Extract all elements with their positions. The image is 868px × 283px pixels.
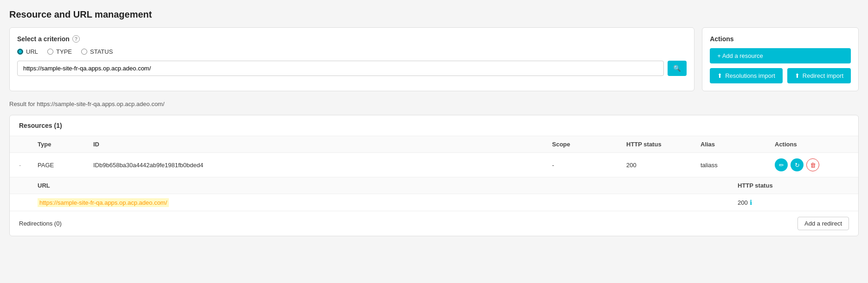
row-type: PAGE: [38, 162, 93, 169]
col-scope-header: Scope: [552, 141, 626, 148]
sub-table-row: https://sample-site-fr-qa.apps.op.acp.ad…: [10, 194, 858, 211]
redirect-import-button[interactable]: ⬆ Redirect import: [787, 68, 851, 83]
resolutions-import-label: Resolutions import: [725, 72, 775, 79]
row-http-status: 200: [626, 162, 701, 169]
resolutions-import-button[interactable]: ⬆ Resolutions import: [710, 68, 783, 83]
col-alias-header: Alias: [701, 141, 775, 148]
table-row: - PAGE IDb9b658ba30a4442ab9fe1981fb0bded…: [10, 153, 858, 177]
search-row: 🔍: [17, 61, 687, 76]
search-input[interactable]: [17, 61, 664, 76]
row-actions: ✏ ↻ 🗑: [775, 158, 849, 171]
redirections-row: Redirections (0) Add a redirect: [10, 211, 858, 236]
add-resource-button[interactable]: + Add a resource: [710, 48, 851, 63]
sub-col-http: HTTP status: [738, 182, 830, 189]
import-buttons-row: ⬆ Resolutions import ⬆ Redirect import: [710, 68, 851, 83]
col-id-header: ID: [93, 141, 552, 148]
radio-url[interactable]: URL: [17, 48, 38, 55]
radio-status[interactable]: STATUS: [81, 48, 113, 55]
actions-box: Actions + Add a resource ⬆ Resolutions i…: [702, 27, 859, 91]
info-icon[interactable]: ℹ: [750, 199, 752, 206]
table-header: Type ID Scope HTTP status Alias Actions: [10, 136, 858, 153]
actions-buttons: + Add a resource ⬆ Resolutions import ⬆ …: [710, 48, 851, 83]
import-icon-2: ⬆: [795, 72, 800, 79]
sub-table-header: URL HTTP status: [10, 177, 858, 194]
resource-url-link[interactable]: https://sample-site-fr-qa.apps.op.acp.ad…: [38, 198, 169, 207]
col-type-header: Type: [38, 141, 93, 148]
col-http-header: HTTP status: [626, 141, 701, 148]
sub-col-url: URL: [38, 182, 738, 189]
row-id: IDb9b658ba30a4442ab9fe1981fb0bded4: [93, 162, 552, 169]
import-icon-1: ⬆: [717, 72, 722, 79]
delete-button[interactable]: 🗑: [806, 158, 819, 171]
criterion-title: Select a criterion ?: [17, 35, 687, 43]
redirect-import-label: Redirect import: [803, 72, 843, 79]
resources-header: Resources (1): [10, 115, 858, 136]
sub-row-http: 200 ℹ: [738, 199, 830, 206]
col-actions-header: Actions: [775, 141, 849, 148]
result-label: Result for https://sample-site-fr-qa.app…: [9, 101, 859, 107]
row-alias: taliass: [701, 162, 775, 169]
radio-group: URL TYPE STATUS: [17, 48, 687, 55]
search-icon: 🔍: [673, 65, 681, 72]
search-button[interactable]: 🔍: [668, 61, 687, 76]
radio-type[interactable]: TYPE: [47, 48, 72, 55]
sub-row-http-value: 200: [738, 199, 748, 206]
row-scope: -: [552, 162, 626, 169]
page-title: Resource and URL management: [9, 9, 859, 20]
sub-row-url: https://sample-site-fr-qa.apps.op.acp.ad…: [38, 199, 738, 206]
row-dash: -: [19, 162, 38, 169]
criterion-box: Select a criterion ? URL TYPE STATUS 🔍: [9, 27, 694, 91]
help-icon[interactable]: ?: [72, 35, 80, 43]
top-section: Select a criterion ? URL TYPE STATUS 🔍 A…: [9, 27, 859, 91]
actions-title: Actions: [710, 35, 851, 43]
refresh-button[interactable]: ↻: [791, 158, 804, 171]
redirections-label: Redirections (0): [19, 220, 62, 227]
col-dash: [19, 141, 38, 148]
sub-table: URL HTTP status https://sample-site-fr-q…: [10, 177, 858, 211]
add-redirect-button[interactable]: Add a redirect: [797, 217, 849, 230]
edit-button[interactable]: ✏: [775, 158, 788, 171]
criterion-label: Select a criterion: [17, 35, 70, 43]
resources-section: Resources (1) Type ID Scope HTTP status …: [9, 115, 859, 236]
